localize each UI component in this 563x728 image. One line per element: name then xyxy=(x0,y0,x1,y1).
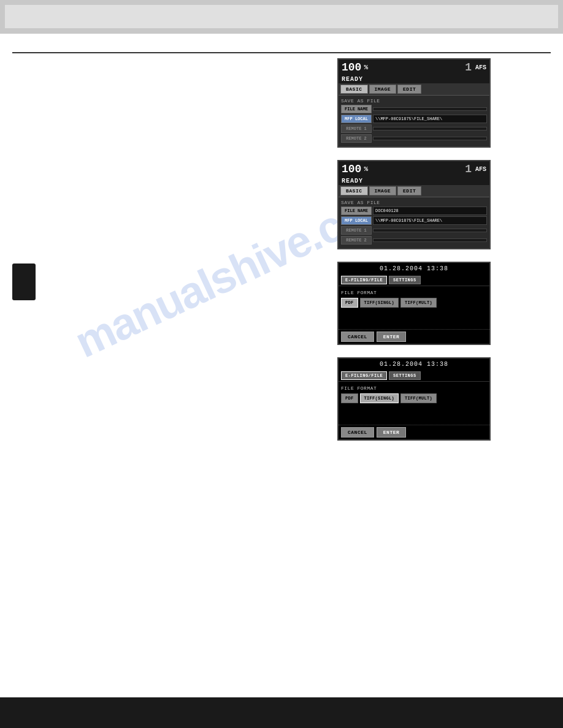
screen-format-row-3: PDF TIFF(SINGL) TIFF(MULT) xyxy=(341,298,487,308)
screen-row-1-3: REMOTE 2 xyxy=(341,134,487,143)
screen-section-label-1: SAVE AS FILE xyxy=(341,98,487,104)
tab-basic-1[interactable]: BASIC xyxy=(340,85,368,94)
tab-basic-2[interactable]: BASIC xyxy=(340,186,368,195)
screen-panel-2: 100 % 1 AFS READY BASIC IMAGE EDIT SAVE … xyxy=(337,160,491,249)
tab-settings-3[interactable]: SETTINGS xyxy=(389,276,421,284)
top-header-inner xyxy=(5,5,558,28)
screen-percent-sign-2: % xyxy=(364,165,368,173)
screen-status-1: 100 % 1 AFS xyxy=(339,59,489,75)
screen-section-label-2: SAVE AS FILE xyxy=(341,200,487,205)
screen-row-1-1: MFP LOCAL \\MFP-00C91875\FILE_SHARE\ xyxy=(341,115,487,123)
screen-panel-4: 01.28.2004 13:38 E-FILING/FILE SETTINGS … xyxy=(337,357,491,441)
screen-tabs-1: BASIC IMAGE EDIT xyxy=(339,83,489,96)
screen-row-2-0: FILE NAME DOC040128 xyxy=(341,207,487,215)
tab-edit-1[interactable]: EDIT xyxy=(397,85,421,94)
screen-ready-2: READY xyxy=(339,177,489,185)
screen-dark-body-4: FILE FORMAT PDF TIFF(SINGL) TIFF(MULT) xyxy=(339,382,489,425)
screen-row-2-1: MFP LOCAL \\MFP-00C91875\FILE_SHARE\ xyxy=(341,216,487,225)
screen-body-2: SAVE AS FILE FILE NAME DOC040128 MFP LOC… xyxy=(339,197,489,248)
field-mfp-1: \\MFP-00C91875\FILE_SHARE\ xyxy=(373,115,487,123)
screen-percent-2: 100 xyxy=(342,163,361,175)
tab-efiling-3[interactable]: E-FILING/FILE xyxy=(341,276,387,284)
tab-image-1[interactable]: IMAGE xyxy=(369,85,397,94)
enter-button-3[interactable]: ENTER xyxy=(377,332,407,342)
screen-mode-2: AFS xyxy=(475,166,486,173)
format-pdf-3[interactable]: PDF xyxy=(341,298,358,308)
side-tab-1 xyxy=(12,264,36,300)
bottom-bar xyxy=(0,697,563,728)
screen-body-1: SAVE AS FILE FILE NAME MFP LOCAL \\MFP-0… xyxy=(339,96,489,146)
screen-panel-3: 01.28.2004 13:38 E-FILING/FILE SETTINGS … xyxy=(337,262,491,345)
screen-dark-body-3: FILE FORMAT PDF TIFF(SINGL) TIFF(MULT) xyxy=(339,286,489,329)
tab-image-2[interactable]: IMAGE xyxy=(369,186,397,195)
btn-mfp-2[interactable]: MFP LOCAL xyxy=(341,216,372,225)
format-pdf-4[interactable]: PDF xyxy=(341,393,358,403)
field-remote2-1 xyxy=(373,137,487,140)
btn-filename-2[interactable]: FILE NAME xyxy=(341,207,372,215)
tab-edit-2[interactable]: EDIT xyxy=(397,186,421,195)
screen-format-label-4: FILE FORMAT xyxy=(341,385,487,391)
screen-count-2: 1 xyxy=(465,163,472,175)
screen-dark-tabs-3: E-FILING/FILE SETTINGS xyxy=(339,275,489,286)
screen-tabs-2: BASIC IMAGE EDIT xyxy=(339,185,489,197)
screen-row-1-0: FILE NAME xyxy=(341,105,487,113)
tab-efiling-4[interactable]: E-FILING/FILE xyxy=(341,371,387,380)
screen-footer-4: CANCEL ENTER xyxy=(339,425,489,439)
screen-datetime-3: 01.28.2004 13:38 xyxy=(339,263,489,275)
format-tiff-single-3[interactable]: TIFF(SINGL) xyxy=(360,298,399,308)
btn-mfp-1[interactable]: MFP LOCAL xyxy=(341,115,372,123)
screen-spacer-3 xyxy=(341,310,487,325)
screen-row-2-2: REMOTE 1 xyxy=(341,226,487,235)
tab-settings-4[interactable]: SETTINGS xyxy=(389,371,421,380)
screen-row-2-3: REMOTE 2 xyxy=(341,236,487,245)
btn-remote2-2[interactable]: REMOTE 2 xyxy=(341,236,372,245)
field-remote1-2 xyxy=(373,229,487,232)
btn-filename-1[interactable]: FILE NAME xyxy=(341,105,372,113)
btn-remote1-2[interactable]: REMOTE 1 xyxy=(341,226,372,235)
format-tiff-multi-4[interactable]: TIFF(MULT) xyxy=(400,393,437,403)
top-header xyxy=(0,0,563,34)
hr-divider xyxy=(12,52,551,53)
screens-container: 100 % 1 AFS READY BASIC IMAGE EDIT SAVE … xyxy=(337,58,491,441)
screen-row-1-2: REMOTE 1 xyxy=(341,124,487,133)
screen-panel-1: 100 % 1 AFS READY BASIC IMAGE EDIT SAVE … xyxy=(337,58,491,148)
screen-format-label-3: FILE FORMAT xyxy=(341,290,487,295)
screen-datetime-4: 01.28.2004 13:38 xyxy=(339,358,489,370)
screen-percent-sign-1: % xyxy=(364,64,368,71)
screen-percent-1: 100 xyxy=(342,61,361,74)
screen-spacer-4 xyxy=(341,406,487,421)
screen-ready-1: READY xyxy=(339,75,489,83)
field-mfp-2: \\MFP-00C91875\FILE_SHARE\ xyxy=(373,216,487,225)
screen-format-row-4: PDF TIFF(SINGL) TIFF(MULT) xyxy=(341,393,487,403)
format-tiff-single-4[interactable]: TIFF(SINGL) xyxy=(360,393,399,403)
screen-dark-tabs-4: E-FILING/FILE SETTINGS xyxy=(339,370,489,382)
screen-status-2: 100 % 1 AFS xyxy=(339,161,489,177)
screen-footer-3: CANCEL ENTER xyxy=(339,329,489,344)
field-filename-2: DOC040128 xyxy=(373,207,487,215)
format-tiff-multi-3[interactable]: TIFF(MULT) xyxy=(400,298,437,308)
btn-remote1-1[interactable]: REMOTE 1 xyxy=(341,124,372,133)
screen-count-1: 1 xyxy=(465,61,472,74)
cancel-button-4[interactable]: CANCEL xyxy=(341,427,374,438)
btn-remote2-1[interactable]: REMOTE 2 xyxy=(341,134,372,143)
field-remote2-2 xyxy=(373,238,487,242)
field-filename-1 xyxy=(373,107,487,111)
screen-mode-1: AFS xyxy=(475,64,486,71)
enter-button-4[interactable]: ENTER xyxy=(377,427,407,438)
field-remote1-1 xyxy=(373,127,487,131)
cancel-button-3[interactable]: CANCEL xyxy=(341,332,374,342)
